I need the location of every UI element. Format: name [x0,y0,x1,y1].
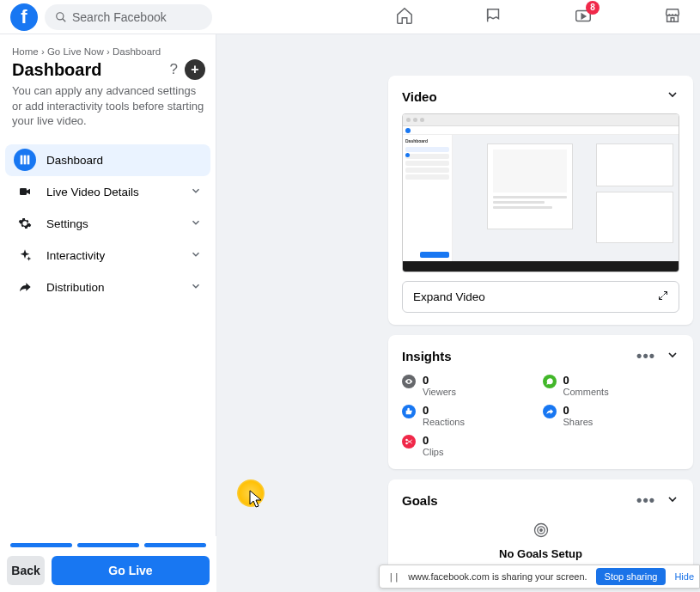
nav-item-settings[interactable]: Settings [5,208,210,240]
video-panel-title: Video [402,89,437,104]
expand-video-label: Expand Video [413,290,485,303]
video-panel: Video Dashboard [388,76,693,325]
help-icon[interactable]: ? [170,61,178,78]
sidebar-footer: Back Go Live [0,536,216,592]
chevron-down-icon [190,248,202,263]
nav-item-live-details[interactable]: Live Video Details [5,176,210,208]
back-button[interactable]: Back [7,556,45,585]
nav-label-dashboard: Dashboard [46,154,103,167]
sidebar: Home › Go Live Now › Dashboard Dashboard… [0,34,216,592]
search-placeholder: Search Facebook [72,10,167,24]
more-options-icon[interactable]: ••• [636,491,655,510]
chevron-down-icon[interactable] [666,492,679,510]
pause-icon[interactable]: || [388,571,399,583]
svg-rect-7 [20,188,27,195]
chevron-down-icon[interactable] [666,88,679,105]
page-description: You can apply any advanced settings or a… [12,83,205,129]
nav-item-interactivity[interactable]: Interactivity [5,240,210,272]
insight-shares: 0 Shares [543,404,680,427]
like-icon [402,405,416,418]
pages-icon[interactable] [484,6,503,28]
svg-rect-5 [24,156,27,165]
facebook-logo[interactable]: f [10,3,38,31]
sparkle-icon [14,244,36,266]
insight-comments: 0 Comments [543,374,680,397]
breadcrumb: Home › Go Live Now › Dashboard [12,46,205,57]
breadcrumb-dashboard[interactable]: Dashboard [113,46,161,57]
video-icon [14,180,36,203]
screen-share-bar: || www.facebook.com is sharing your scre… [379,565,700,589]
top-header: f Search Facebook 8 [0,0,700,34]
search-icon [55,11,67,23]
add-button[interactable]: + [185,59,205,80]
nav-item-distribution[interactable]: Distribution [5,272,210,303]
main-content: Video Dashboard [216,34,700,592]
breadcrumb-golive[interactable]: Go Live Now [47,46,104,57]
nav-label-distribution: Distribution [46,281,105,294]
clip-icon [402,435,416,449]
expand-icon [658,290,668,303]
nav-label-interactivity: Interactivity [46,249,105,262]
page-title: Dashboard [12,60,101,80]
insight-viewers: 0 Viewers [402,374,539,397]
dashboard-icon [14,149,36,171]
eye-icon [402,375,416,388]
nav-label-live-details: Live Video Details [46,186,139,198]
breadcrumb-home[interactable]: Home [12,46,39,57]
go-live-button[interactable]: Go Live [52,556,210,585]
svg-rect-6 [27,156,30,165]
insight-reactions: 0 Reactions [402,404,539,427]
svg-point-12 [539,529,542,532]
chevron-down-icon [190,185,202,199]
comment-icon [543,375,557,388]
share-icon [543,405,557,418]
chevron-down-icon [190,280,202,295]
gear-icon [14,212,36,235]
expand-video-button[interactable]: Expand Video [402,281,679,313]
goals-title: Goals [402,493,438,508]
hide-share-button[interactable]: Hide [674,571,694,582]
more-options-icon[interactable]: ••• [636,347,655,365]
target-icon [402,522,679,542]
share-text: www.facebook.com is sharing your screen. [408,571,587,582]
home-icon[interactable] [395,6,414,28]
insight-clips: 0 Clips [402,434,539,457]
search-input[interactable]: Search Facebook [45,4,212,30]
marketplace-icon[interactable] [663,6,682,28]
insights-panel: Insights ••• 0 Viewers [388,335,693,469]
watch-badge: 8 [586,1,600,15]
svg-rect-4 [21,156,23,165]
video-preview: Dashboard [402,113,679,272]
svg-line-1 [63,18,66,21]
progress-bar [7,543,210,547]
stop-sharing-button[interactable]: Stop sharing [596,568,667,585]
nav-label-settings: Settings [46,217,88,230]
chevron-down-icon[interactable] [666,348,679,365]
watch-icon[interactable]: 8 [574,6,593,28]
svg-point-0 [57,12,64,19]
insights-title: Insights [402,349,452,363]
chevron-down-icon [190,217,202,231]
goals-empty-title: No Goals Setup [402,547,679,560]
nav-item-dashboard[interactable]: Dashboard [5,144,210,176]
share-arrow-icon [14,276,36,298]
